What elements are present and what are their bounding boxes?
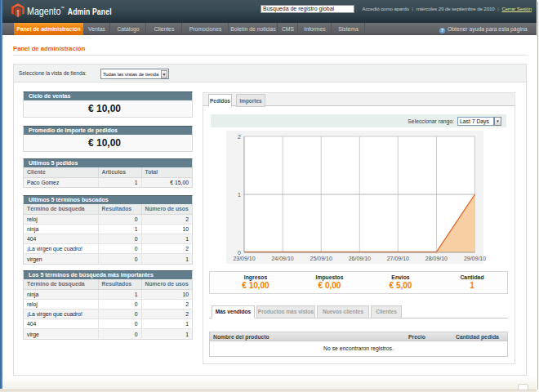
svg-text:25/09/10: 25/09/10 (310, 256, 332, 261)
svg-text:0: 0 (238, 250, 241, 256)
svg-text:29/09/10: 29/09/10 (464, 256, 486, 261)
svg-text:1: 1 (238, 192, 241, 198)
svg-text:24/09/10: 24/09/10 (271, 256, 293, 261)
svg-text:27/09/10: 27/09/10 (387, 256, 409, 261)
svg-text:28/09/10: 28/09/10 (425, 256, 448, 261)
svg-text:2: 2 (238, 134, 241, 140)
svg-text:23/09/10: 23/09/10 (233, 256, 255, 261)
svg-text:26/09/10: 26/09/10 (349, 256, 371, 261)
